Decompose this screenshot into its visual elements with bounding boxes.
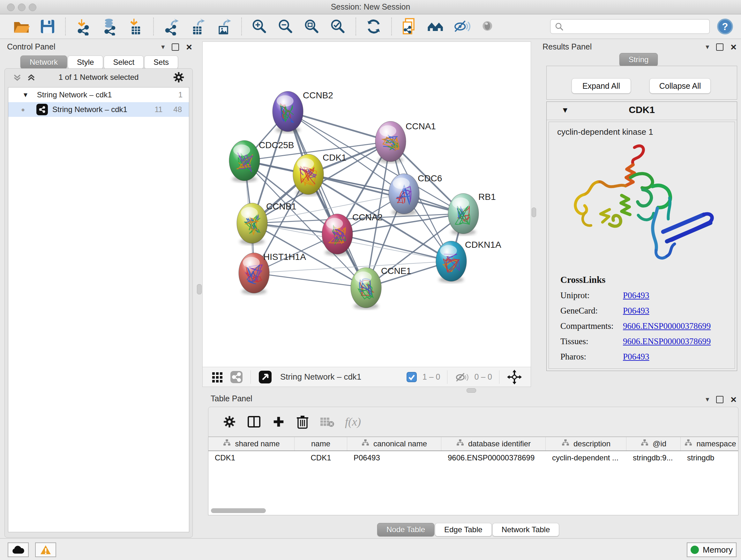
left-splitter-handle[interactable] bbox=[197, 284, 202, 294]
gene-details-box: ▼ CDK1 cyclin-dependent kinase 1 bbox=[546, 102, 737, 371]
cloud-status-button[interactable] bbox=[8, 543, 29, 557]
delete-table-icon-disabled bbox=[320, 416, 334, 428]
collapse-triangle-icon[interactable]: ▼ bbox=[22, 91, 29, 99]
warnings-button[interactable] bbox=[35, 543, 56, 557]
crosslink-link[interactable]: P06493 bbox=[623, 352, 650, 362]
column-header-canonical-name[interactable]: canonical name bbox=[347, 437, 441, 450]
toolbar-separator bbox=[391, 17, 392, 36]
selected-checkbox-icon[interactable] bbox=[407, 372, 417, 382]
tab-network-table[interactable]: Network Table bbox=[492, 523, 559, 537]
float-panel-icon[interactable] bbox=[172, 44, 179, 51]
home-icon[interactable] bbox=[427, 17, 445, 36]
tab-node-table[interactable]: Node Table bbox=[377, 523, 434, 537]
network-options-gear-icon[interactable] bbox=[173, 71, 185, 83]
network-node-HIST1H1A[interactable]: HIST1H1A bbox=[239, 252, 306, 295]
column-header-name[interactable]: name bbox=[294, 437, 347, 450]
hidden-node-edge-counts: 0 – 0 bbox=[474, 372, 492, 381]
zoom-in-icon[interactable] bbox=[251, 17, 268, 36]
graphics-details-icon[interactable] bbox=[479, 17, 497, 36]
hide-selected-icon[interactable] bbox=[453, 17, 471, 36]
cell-canonical-name[interactable]: P06493 bbox=[347, 451, 441, 464]
table-row[interactable]: CDK1CDK1P064939606.ENSP00000378699cyclin… bbox=[208, 451, 738, 464]
crosslink-link[interactable]: P06493 bbox=[623, 291, 650, 300]
network-collection-row[interactable]: ▼ String Network – cdk1 1 bbox=[8, 87, 189, 102]
tab-sets[interactable]: Sets bbox=[144, 56, 178, 69]
save-session-icon[interactable] bbox=[39, 17, 57, 36]
column-header-shared-name[interactable]: shared name bbox=[208, 437, 294, 450]
collapse-all-button[interactable]: Collapse All bbox=[650, 78, 711, 94]
float-panel-icon[interactable] bbox=[716, 44, 724, 51]
export-table-icon[interactable] bbox=[189, 17, 206, 36]
network-node-CDC25B[interactable]: CDC25B bbox=[229, 140, 294, 182]
tab-select[interactable]: Select bbox=[104, 56, 144, 69]
import-network-database-icon[interactable] bbox=[100, 17, 118, 36]
apply-layout-icon[interactable] bbox=[365, 17, 383, 36]
export-network-icon[interactable] bbox=[162, 17, 180, 36]
right-splitter-handle[interactable] bbox=[532, 207, 536, 217]
help-icon[interactable]: ? bbox=[717, 18, 733, 35]
float-panel-icon[interactable] bbox=[716, 396, 724, 403]
import-network-file-icon[interactable] bbox=[74, 17, 92, 36]
birdseye-view-icon[interactable] bbox=[259, 370, 272, 384]
network-view[interactable]: CCNB2CCNA1CDC25BCDK1CDC6RB1CCNB1CCNA2CDK… bbox=[202, 42, 531, 387]
network-node-CCNA2[interactable]: CCNA2 bbox=[322, 212, 383, 256]
tab-edge-table[interactable]: Edge Table bbox=[435, 523, 492, 537]
crosslink-link[interactable]: P06493 bbox=[623, 306, 650, 316]
close-panel-icon[interactable]: × bbox=[186, 43, 192, 51]
duplicate-network-icon[interactable] bbox=[401, 17, 418, 36]
gene-header[interactable]: ▼ CDK1 bbox=[547, 102, 737, 120]
table-options-gear-icon[interactable] bbox=[223, 415, 236, 428]
open-session-icon[interactable] bbox=[12, 17, 30, 36]
collection-count: 1 bbox=[179, 90, 183, 99]
tab-network[interactable]: Network bbox=[20, 56, 67, 69]
export-image-icon[interactable] bbox=[215, 17, 232, 36]
network-node-CCNB1[interactable]: CCNB1 bbox=[237, 201, 296, 245]
cell-namespace[interactable]: stringdb bbox=[681, 451, 738, 464]
tab-style[interactable]: Style bbox=[68, 56, 103, 69]
crosslink-link[interactable]: 9606.ENSP00000378699 bbox=[623, 321, 711, 331]
cell-shared-name[interactable]: CDK1 bbox=[208, 451, 294, 464]
table-header-row: shared namenamecanonical namedatabase id… bbox=[208, 437, 738, 451]
delete-column-icon[interactable] bbox=[296, 415, 309, 429]
close-panel-icon[interactable]: × bbox=[731, 395, 737, 404]
grid-view-icon[interactable] bbox=[212, 371, 224, 383]
zoom-out-icon[interactable] bbox=[277, 17, 294, 36]
zoom-selected-icon[interactable] bbox=[329, 17, 347, 36]
create-column-icon[interactable] bbox=[272, 415, 285, 428]
column-header-namespace[interactable]: namespace bbox=[681, 437, 738, 450]
network-view-mode-icon[interactable] bbox=[230, 371, 243, 383]
cell-name[interactable]: CDK1 bbox=[294, 451, 347, 464]
cell--id[interactable]: stringdb:9... bbox=[626, 451, 681, 464]
search-input[interactable] bbox=[550, 19, 710, 34]
pan-crosshair-icon[interactable] bbox=[507, 370, 522, 384]
show-columns-icon[interactable] bbox=[247, 415, 261, 429]
network-node-CCNB2[interactable]: CCNB2 bbox=[273, 90, 333, 133]
search-icon bbox=[555, 22, 563, 31]
network-node-CCNE1[interactable]: CCNE1 bbox=[351, 266, 411, 309]
column-header-description[interactable]: description bbox=[546, 437, 626, 450]
column-header-database-identifier[interactable]: database identifier bbox=[441, 437, 546, 450]
tab-string[interactable]: String bbox=[619, 53, 658, 66]
title-bar: Session: New Session bbox=[0, 0, 741, 14]
import-table-icon[interactable] bbox=[127, 17, 145, 36]
network-row-selected[interactable]: ● String Network – cdk1 11 48 bbox=[8, 102, 189, 117]
table-horizontal-scrollbar[interactable] bbox=[211, 508, 266, 513]
bottom-splitter-handle[interactable] bbox=[467, 388, 476, 393]
network-node-CDKN1A[interactable]: CDKN1A bbox=[436, 240, 501, 283]
network-canvas[interactable]: CCNB2CCNA1CDC25BCDK1CDC6RB1CCNB1CCNA2CDK… bbox=[203, 42, 531, 367]
memory-button[interactable]: Memory bbox=[687, 543, 737, 557]
column-header--id[interactable]: @id bbox=[626, 437, 681, 450]
memory-status-dot bbox=[690, 546, 699, 554]
node-table[interactable]: shared namenamecanonical namedatabase id… bbox=[208, 437, 738, 515]
network-node-RB1[interactable]: RB1 bbox=[448, 192, 495, 235]
panel-menu-icon[interactable]: ▾ bbox=[705, 395, 709, 404]
close-panel-icon[interactable]: × bbox=[731, 43, 737, 51]
crosslink-link[interactable]: 9606.ENSP00000378699 bbox=[623, 336, 711, 347]
zoom-fit-icon[interactable] bbox=[303, 17, 321, 36]
cell-description[interactable]: cyclin-dependent ... bbox=[546, 451, 626, 464]
panel-menu-icon[interactable]: ▾ bbox=[705, 42, 709, 52]
cell-database-identifier[interactable]: 9606.ENSP00000378699 bbox=[441, 451, 546, 464]
panel-menu-icon[interactable]: ▾ bbox=[161, 42, 165, 52]
expand-all-button[interactable]: Expand All bbox=[571, 78, 631, 94]
table-toolbar: f(x) bbox=[208, 407, 738, 437]
